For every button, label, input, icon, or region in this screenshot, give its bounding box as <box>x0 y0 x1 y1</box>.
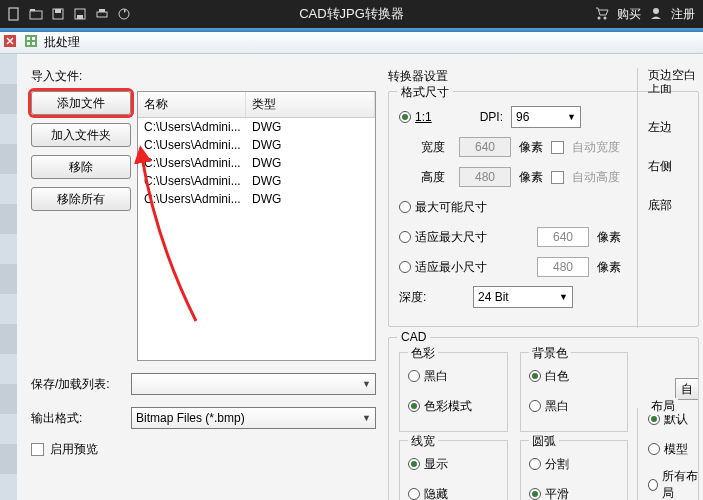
table-row: C:\Users\Admini...DWG <box>138 154 375 172</box>
auto-height-checkbox[interactable] <box>551 171 564 184</box>
layout-group: 布局 默认 模型 所有布局 所有布局单 <box>637 408 701 500</box>
refresh-icon[interactable] <box>114 4 134 24</box>
table-row: C:\Users\Admini...DWG <box>138 136 375 154</box>
buy-link[interactable]: 购买 <box>617 6 641 23</box>
table-row: C:\Users\Admini...DWG <box>138 118 375 136</box>
lw-hide-radio[interactable] <box>408 488 420 500</box>
preview-checkbox[interactable] <box>31 443 44 456</box>
save-list-label: 保存/加载列表: <box>31 376 121 393</box>
width-label: 宽度 <box>421 139 451 156</box>
dialog-header: 批处理 <box>0 32 703 54</box>
svg-rect-2 <box>30 9 35 11</box>
svg-rect-4 <box>55 9 61 13</box>
margin-left-label: 左边 <box>648 119 701 136</box>
output-format-combo[interactable]: Bitmap Files (*.bmp)▼ <box>131 407 376 429</box>
margins-title: 页边空白 <box>648 67 696 84</box>
depth-select[interactable]: 24 Bit▼ <box>473 286 573 308</box>
color-sub-title: 色彩 <box>408 345 438 362</box>
print-icon[interactable] <box>92 4 112 24</box>
svg-rect-16 <box>32 37 35 40</box>
layout-all-radio[interactable] <box>648 479 658 491</box>
svg-point-10 <box>598 16 601 19</box>
svg-rect-14 <box>25 35 37 47</box>
chevron-down-icon: ▼ <box>362 379 371 389</box>
fit-min-input[interactable] <box>537 257 589 277</box>
svg-point-12 <box>653 8 659 14</box>
cad-title: CAD <box>397 330 430 344</box>
page-margins-group: 页边空白 上面 左边 右侧 底部 <box>637 68 701 328</box>
cart-icon[interactable] <box>595 6 609 23</box>
ratio-1-1-radio[interactable] <box>399 111 411 123</box>
svg-rect-1 <box>30 11 42 19</box>
app-title: CAD转JPG转换器 <box>299 5 404 23</box>
svg-rect-17 <box>27 42 30 45</box>
lw-sub-title: 线宽 <box>408 433 438 450</box>
dpi-select[interactable]: 96▼ <box>511 106 581 128</box>
height-input[interactable] <box>459 167 511 187</box>
user-icon[interactable] <box>649 6 663 23</box>
arc-sub-title: 圆弧 <box>529 433 559 450</box>
svg-rect-8 <box>99 9 105 12</box>
output-format-label: 输出格式: <box>31 410 121 427</box>
dialog-close-icon[interactable] <box>4 35 18 50</box>
margin-right-label: 右侧 <box>648 158 701 175</box>
bg-black-radio[interactable] <box>529 400 541 412</box>
chevron-down-icon: ▼ <box>362 413 371 423</box>
layout-model-radio[interactable] <box>648 443 660 455</box>
add-file-button[interactable]: 添加文件 <box>31 91 131 115</box>
format-size-title: 格式尺寸 <box>397 84 453 101</box>
add-folder-button[interactable]: 加入文件夹 <box>31 123 131 147</box>
depth-label: 深度: <box>399 289 435 306</box>
left-sidebar <box>0 54 17 500</box>
app-titlebar: CAD转JPG转换器 购买 注册 <box>0 0 703 28</box>
max-possible-radio[interactable] <box>399 201 411 213</box>
fit-max-input[interactable] <box>537 227 589 247</box>
bw-radio[interactable] <box>408 370 420 382</box>
margin-bottom-label: 底部 <box>648 197 701 214</box>
chevron-down-icon: ▼ <box>567 112 576 122</box>
save-as-icon[interactable] <box>70 4 90 24</box>
table-row: C:\Users\Admini...DWG <box>138 172 375 190</box>
arc-smooth-radio[interactable] <box>529 488 541 500</box>
new-icon[interactable] <box>4 4 24 24</box>
import-label: 导入文件: <box>31 68 376 85</box>
width-input[interactable] <box>459 137 511 157</box>
remove-button[interactable]: 移除 <box>31 155 131 179</box>
open-icon[interactable] <box>26 4 46 24</box>
svg-rect-18 <box>32 42 35 45</box>
arc-split-radio[interactable] <box>529 458 541 470</box>
lw-show-radio[interactable] <box>408 458 420 470</box>
remove-all-button[interactable]: 移除所有 <box>31 187 131 211</box>
col-header-name[interactable]: 名称 <box>138 92 246 117</box>
svg-point-11 <box>604 16 607 19</box>
register-link[interactable]: 注册 <box>671 6 695 23</box>
save-icon[interactable] <box>48 4 68 24</box>
dialog-title: 批处理 <box>44 34 80 51</box>
fit-min-radio[interactable] <box>399 261 411 273</box>
layout-title: 布局 <box>648 398 678 415</box>
preview-label: 启用预览 <box>50 441 98 458</box>
bg-sub-title: 背景色 <box>529 345 571 362</box>
dpi-label: DPI: <box>480 110 503 124</box>
svg-rect-0 <box>9 8 18 20</box>
svg-rect-15 <box>27 37 30 40</box>
height-label: 高度 <box>421 169 451 186</box>
col-header-type[interactable]: 类型 <box>246 92 375 117</box>
file-list[interactable]: C:\Users\Admini...DWG C:\Users\Admini...… <box>138 118 375 360</box>
fit-max-radio[interactable] <box>399 231 411 243</box>
color-mode-radio[interactable] <box>408 400 420 412</box>
dialog-icon <box>24 35 38 50</box>
svg-rect-6 <box>77 15 83 19</box>
table-row: C:\Users\Admini...DWG <box>138 190 375 208</box>
bg-white-radio[interactable] <box>529 370 541 382</box>
svg-rect-7 <box>97 12 107 17</box>
auto-width-checkbox[interactable] <box>551 141 564 154</box>
save-list-combo[interactable]: ▼ <box>131 373 376 395</box>
chevron-down-icon: ▼ <box>559 292 568 302</box>
